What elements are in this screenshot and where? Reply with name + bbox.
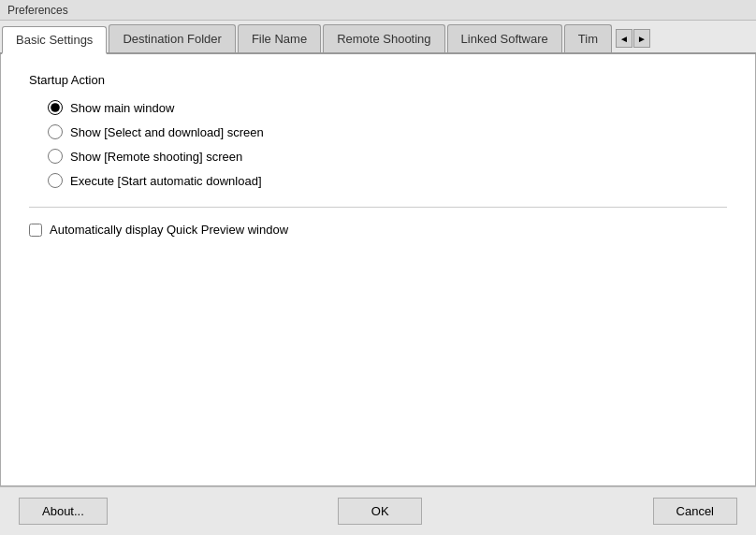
radio-show-select-download-input[interactable]: [48, 124, 63, 139]
tab-destination-folder[interactable]: Destination Folder: [109, 24, 236, 52]
auto-preview-checkbox-item[interactable]: Automatically display Quick Preview wind…: [29, 223, 727, 237]
tab-bar: Basic Settings Destination Folder File N…: [0, 21, 756, 54]
auto-preview-label: Automatically display Quick Preview wind…: [50, 223, 288, 237]
ok-button[interactable]: OK: [338, 498, 422, 525]
window-title: Preferences: [7, 4, 68, 17]
section-title: Startup Action: [29, 73, 727, 87]
bottom-left: About...: [19, 498, 108, 525]
tab-linked-software[interactable]: Linked Software: [447, 24, 562, 52]
tab-tim[interactable]: Tim: [564, 24, 612, 52]
radio-show-select-download[interactable]: Show [Select and download] screen: [48, 124, 727, 139]
radio-execute-auto-download-input[interactable]: [48, 173, 63, 188]
auto-preview-checkbox[interactable]: [29, 224, 42, 237]
radio-show-remote-shooting[interactable]: Show [Remote shooting] screen: [48, 149, 727, 164]
radio-execute-auto-download[interactable]: Execute [Start automatic download]: [48, 173, 727, 188]
tab-prev-button[interactable]: ◄: [616, 29, 632, 48]
cancel-button[interactable]: Cancel: [653, 498, 737, 525]
radio-show-remote-shooting-input[interactable]: [48, 149, 63, 164]
tab-basic-settings[interactable]: Basic Settings: [2, 26, 107, 54]
bottom-center: OK: [338, 498, 422, 525]
radio-show-main-label: Show main window: [70, 101, 174, 115]
radio-group: Show main window Show [Select and downlo…: [29, 100, 727, 188]
bottom-right: Cancel: [653, 498, 737, 525]
about-button[interactable]: About...: [19, 498, 108, 525]
divider: [29, 207, 727, 208]
radio-show-remote-shooting-label: Show [Remote shooting] screen: [70, 150, 242, 164]
tab-next-button[interactable]: ►: [633, 29, 650, 48]
title-bar: Preferences: [0, 0, 756, 21]
radio-show-main-input[interactable]: [48, 100, 63, 115]
bottom-bar: About... OK Cancel: [0, 486, 756, 535]
tab-nav-group: ◄ ►: [616, 29, 651, 48]
preferences-window: Preferences Basic Settings Destination F…: [0, 0, 756, 535]
tab-remote-shooting[interactable]: Remote Shooting: [323, 24, 444, 52]
tab-file-name[interactable]: File Name: [238, 24, 321, 52]
radio-show-main[interactable]: Show main window: [48, 100, 727, 115]
radio-show-select-download-label: Show [Select and download] screen: [70, 125, 264, 139]
content-area: Startup Action Show main window Show [Se…: [0, 54, 756, 486]
radio-execute-auto-download-label: Execute [Start automatic download]: [70, 174, 262, 188]
